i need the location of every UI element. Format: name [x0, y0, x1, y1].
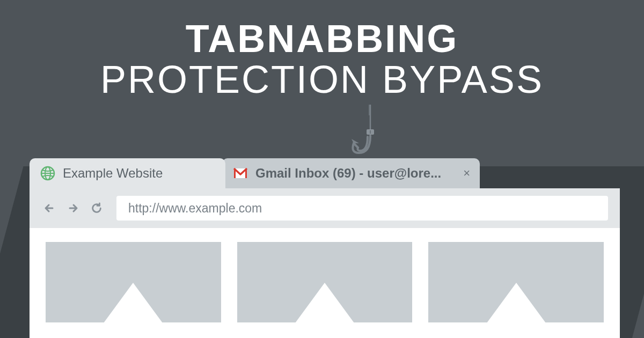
- back-button[interactable]: [41, 200, 57, 216]
- placeholder-image: [46, 242, 221, 322]
- url-text: http://www.example.com: [128, 201, 262, 216]
- url-bar[interactable]: http://www.example.com: [116, 196, 608, 221]
- browser-toolbar: http://www.example.com: [30, 188, 620, 228]
- close-icon[interactable]: ×: [463, 166, 470, 180]
- placeholder-image: [237, 242, 413, 322]
- fishing-hook-icon: [352, 105, 389, 164]
- tabs-row: Example Website Gmail Inbox (69) - user@…: [30, 158, 620, 188]
- tab-example-website[interactable]: Example Website: [30, 158, 225, 188]
- reload-button[interactable]: [89, 200, 105, 216]
- title-line-1: TABNABBING: [0, 19, 644, 60]
- forward-button[interactable]: [65, 200, 81, 216]
- gmail-icon: [233, 166, 248, 181]
- globe-icon: [40, 166, 55, 181]
- tab-label: Example Website: [63, 166, 163, 181]
- placeholder-image: [428, 242, 604, 322]
- title-line-2: PROTECTION BYPASS: [0, 60, 644, 100]
- browser-window: Example Website Gmail Inbox (69) - user@…: [30, 158, 620, 338]
- tab-label: Gmail Inbox (69) - user@lore...: [255, 166, 441, 181]
- page-content: [30, 228, 620, 338]
- tab-gmail-inbox[interactable]: Gmail Inbox (69) - user@lore... ×: [222, 158, 480, 188]
